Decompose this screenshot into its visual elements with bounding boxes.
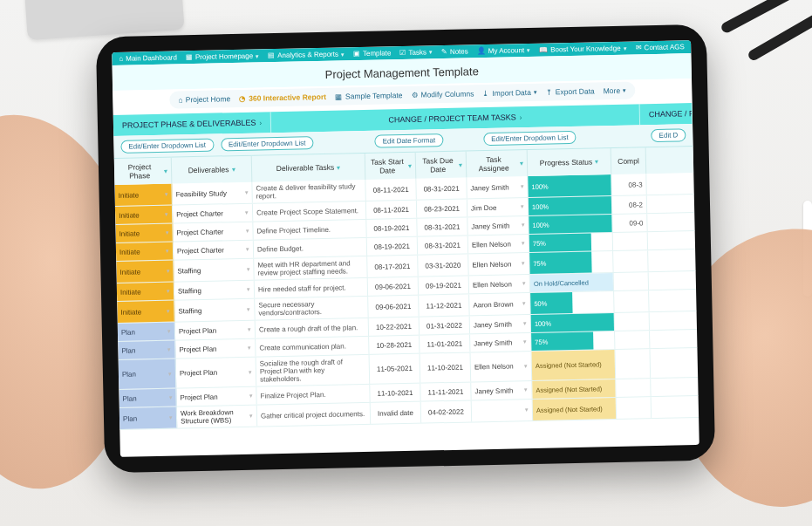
- cell-phase[interactable]: Plan▾: [119, 407, 177, 429]
- cell-task[interactable]: Finalize Project Plan.: [256, 385, 370, 405]
- cell-assignee[interactable]: Jim Doe▾: [467, 198, 529, 216]
- cell-phase[interactable]: Plan▾: [118, 341, 175, 359]
- cell-task[interactable]: Create Project Scope Statement.: [253, 202, 366, 222]
- cell-phase[interactable]: Initiate▾: [116, 261, 174, 283]
- cell-deliverable[interactable]: Work Breakdown Structure (WBS)▾: [177, 406, 257, 428]
- cell-task[interactable]: Hire needed staff for project.: [255, 278, 368, 298]
- cell-phase[interactable]: Plan▾: [118, 323, 175, 341]
- cell-phase[interactable]: Initiate▾: [116, 243, 174, 261]
- cell-due-date[interactable]: 01-31-2022: [420, 316, 470, 334]
- cell-start-date[interactable]: 08-19-2021: [366, 219, 417, 237]
- cell-due-date[interactable]: 11-10-2021: [420, 352, 472, 382]
- cell-completion[interactable]: [615, 312, 650, 331]
- cell-assignee[interactable]: ▾: [472, 400, 533, 421]
- cell-deliverable[interactable]: Project Plan▾: [176, 387, 256, 406]
- nav-item-template[interactable]: ▣Template: [353, 49, 392, 58]
- cell-assignee[interactable]: Ellen Nelson▾: [471, 352, 533, 381]
- header-phase[interactable]: Project Phase▾: [114, 158, 173, 185]
- cell-progress[interactable]: 75%: [529, 233, 613, 252]
- cell-deliverable[interactable]: Project Charter▾: [173, 204, 253, 223]
- cell-progress[interactable]: Assigned (Not Started): [532, 350, 617, 380]
- cell-deliverable[interactable]: Staffing▾: [174, 259, 254, 282]
- header-start-date[interactable]: Task Start Date▾: [365, 153, 417, 180]
- cell-task[interactable]: Define Budget.: [254, 238, 367, 258]
- cell-task[interactable]: Gather critical project documents.: [257, 403, 371, 427]
- cell-progress[interactable]: 100%: [531, 313, 615, 332]
- header-assignee[interactable]: Task Assignee▾: [467, 150, 529, 177]
- cell-progress[interactable]: 50%: [530, 291, 614, 314]
- nav-item-analytics-reports[interactable]: ▤Analytics & Reports: [268, 50, 345, 59]
- cell-due-date[interactable]: 08-23-2021: [417, 200, 467, 218]
- cell-assignee[interactable]: Janey Smith▾: [470, 333, 531, 352]
- cell-deliverable[interactable]: Project Charter▾: [173, 222, 253, 242]
- cell-start-date[interactable]: Invalid date: [371, 402, 421, 424]
- cell-completion[interactable]: 08-2: [612, 195, 647, 214]
- cell-progress[interactable]: 75%: [531, 331, 615, 351]
- cell-start-date[interactable]: 08-11-2021: [366, 201, 417, 219]
- cell-start-date[interactable]: 09-06-2021: [368, 296, 419, 318]
- cell-phase[interactable]: Plan▾: [119, 359, 177, 389]
- header-due-date[interactable]: Task Due Date▾: [416, 152, 467, 179]
- cell-start-date[interactable]: 08-11-2021: [365, 179, 416, 201]
- cell-deliverable[interactable]: Staffing▾: [174, 299, 255, 322]
- action-sample-template[interactable]: ▦Sample Template: [335, 91, 403, 101]
- cell-start-date[interactable]: 09-06-2021: [368, 277, 419, 296]
- cell-start-date[interactable]: 08-19-2021: [367, 237, 418, 256]
- cell-completion[interactable]: [617, 397, 652, 419]
- cell-assignee[interactable]: Ellen Nelson▾: [468, 235, 529, 253]
- cell-progress[interactable]: 100%: [529, 196, 612, 215]
- cell-due-date[interactable]: 03-31-2020: [418, 254, 468, 276]
- cell-task[interactable]: Create & deliver feasibility study repor…: [252, 180, 365, 203]
- edit-dropdown-button-1[interactable]: Edit/Enter Dropdown List: [120, 139, 214, 154]
- header-deliverables[interactable]: Deliverables▾: [172, 156, 253, 184]
- nav-item-boost-your-knowledge[interactable]: 📖Boost Your Knowledge: [539, 44, 627, 54]
- cell-progress[interactable]: 75%: [529, 251, 613, 274]
- action-more[interactable]: More▾: [604, 86, 627, 96]
- cell-phase[interactable]: Initiate▾: [114, 184, 172, 206]
- cell-task[interactable]: Create a rough draft of the plan.: [256, 318, 369, 338]
- cell-deliverable[interactable]: Project Plan▾: [176, 358, 257, 388]
- cell-completion[interactable]: [615, 349, 651, 379]
- cell-due-date[interactable]: 04-02-2022: [421, 400, 472, 422]
- action-export-data[interactable]: ⤒Export Data: [546, 86, 595, 96]
- action-project-home[interactable]: ⌂Project Home: [178, 94, 230, 104]
- nav-item-tasks[interactable]: ☑Tasks: [399, 48, 433, 57]
- cell-completion[interactable]: [613, 232, 648, 250]
- edit-dropdown-button-3[interactable]: Edit/Enter Dropdown List: [483, 131, 577, 146]
- nav-item-project-homepage[interactable]: ▦Project Homepage: [186, 51, 259, 61]
- cell-start-date[interactable]: 10-28-2021: [369, 336, 420, 354]
- header-completion[interactable]: Compl: [611, 147, 647, 174]
- cell-due-date[interactable]: 09-19-2021: [419, 276, 469, 294]
- edit-date-format-button[interactable]: Edit Date Format: [374, 133, 443, 148]
- cell-start-date[interactable]: 11-05-2021: [370, 354, 421, 384]
- cell-progress[interactable]: 100%: [529, 215, 612, 234]
- cell-deliverable[interactable]: Feasibility Study▾: [172, 182, 252, 205]
- cell-assignee[interactable]: Janey Smith▾: [467, 216, 529, 235]
- cell-completion[interactable]: 09-0: [612, 214, 647, 232]
- cell-phase[interactable]: Initiate▾: [115, 206, 173, 224]
- cell-task[interactable]: Meet with HR department and review proje…: [254, 256, 367, 280]
- cell-start-date[interactable]: 10-22-2021: [369, 318, 420, 336]
- cell-completion[interactable]: [614, 272, 649, 290]
- edit-dropdown-button-4[interactable]: Edit D: [651, 128, 686, 142]
- header-task[interactable]: Deliverable Tasks▾: [252, 154, 366, 182]
- action--interactive-report[interactable]: ◔360 Interactive Report: [239, 92, 326, 103]
- cell-assignee[interactable]: Aaron Brown▾: [469, 293, 530, 315]
- cell-assignee[interactable]: Janey Smith▾: [471, 381, 532, 400]
- cell-completion[interactable]: 08-3: [611, 174, 646, 195]
- cell-phase[interactable]: Initiate▾: [115, 224, 173, 243]
- cell-due-date[interactable]: 11-01-2021: [420, 334, 470, 352]
- cell-completion[interactable]: [616, 379, 651, 397]
- cell-task[interactable]: Socialize the rough draft of Project Pla…: [256, 355, 371, 386]
- action-modify-columns[interactable]: ⚙Modify Columns: [411, 89, 474, 99]
- cell-due-date[interactable]: 08-31-2021: [418, 236, 468, 254]
- cell-assignee[interactable]: Janey Smith▾: [470, 315, 531, 333]
- cell-due-date[interactable]: 08-31-2021: [416, 178, 467, 200]
- header-progress[interactable]: Progress Status▾: [528, 148, 612, 176]
- cell-progress[interactable]: On Hold/Cancelled: [530, 273, 614, 292]
- cell-completion[interactable]: [613, 250, 648, 272]
- nav-item-main-dashboard[interactable]: ⌂Main Dashboard: [119, 53, 177, 62]
- cell-task[interactable]: Secure necessary vendors/contractors.: [255, 297, 368, 320]
- edit-dropdown-button-2[interactable]: Edit/Enter Dropdown List: [221, 136, 314, 151]
- cell-completion[interactable]: [614, 290, 649, 312]
